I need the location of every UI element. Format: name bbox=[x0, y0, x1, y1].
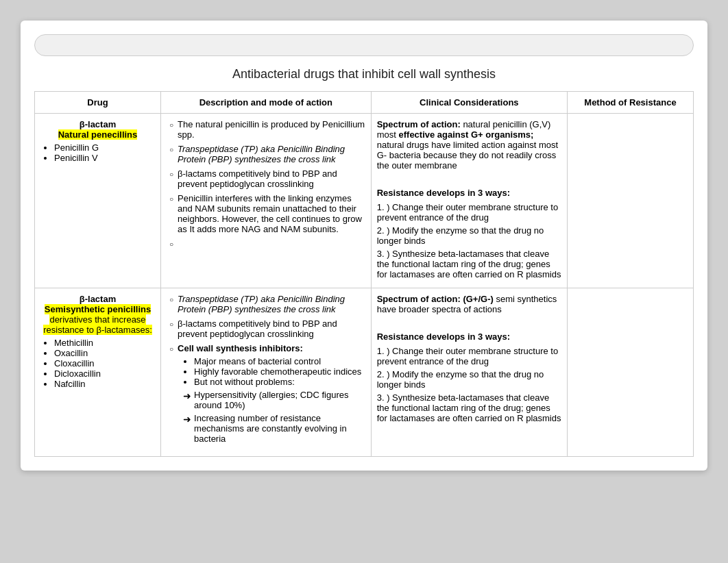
desc-text: β-lactams competitively bind to PBP and … bbox=[178, 318, 365, 339]
list-item: ➜ Increasing number of resistance mechan… bbox=[183, 413, 365, 444]
desc-cell-1: ○ The natural penicillin is produced by … bbox=[161, 114, 372, 288]
list-item: ○ Transpeptidase (TP) aka Penicillin Bin… bbox=[167, 294, 365, 314]
list-item: ○ β-lactams competitively bind to PBP an… bbox=[167, 168, 365, 189]
list-item: ○ Cell wall synthesis inhibitors: Major … bbox=[167, 343, 365, 447]
list-item: Penicillin V bbox=[54, 153, 155, 163]
subsubitem-text: Hypersensitivity (allergies; CDC figures… bbox=[194, 390, 365, 410]
bullet-icon: ○ bbox=[169, 321, 173, 328]
desc-text: β-lactams competitively bind to PBP and … bbox=[178, 168, 365, 189]
col-header-drug: Drug bbox=[35, 92, 161, 114]
desc-text: Transpeptidase (TP) aka Penicillin Bindi… bbox=[178, 294, 365, 314]
cell-wall-section: Cell wall synthesis inhibitors: Major me… bbox=[178, 343, 365, 447]
method-cell-1 bbox=[567, 114, 693, 288]
bullet-icon: ○ bbox=[169, 296, 173, 303]
list-item: ○ The natural penicillin is produced by … bbox=[167, 119, 365, 140]
method-cell-2 bbox=[567, 288, 693, 457]
sub-list-2: Major means of bacterial control Highly … bbox=[194, 356, 365, 387]
list-item: ➜ Hypersensitivity (allergies; CDC figur… bbox=[183, 390, 365, 410]
desc-list-2: ○ Transpeptidase (TP) aka Penicillin Bin… bbox=[167, 294, 365, 447]
drug-subcategory-2: Semisynthetic penicillins bbox=[40, 304, 155, 314]
desc-cell-2: ○ Transpeptidase (TP) aka Penicillin Bin… bbox=[161, 288, 372, 457]
drug-cell-2: β-lactam Semisynthetic penicillins deriv… bbox=[35, 288, 161, 457]
drug-highlight-text: derivatives that increase resistance to … bbox=[40, 314, 155, 335]
list-item: Major means of bacterial control bbox=[194, 356, 365, 366]
subsubitem-text: Increasing number of resistance mechanis… bbox=[194, 413, 365, 444]
bullet-icon: ○ bbox=[169, 240, 173, 248]
arrow-icon: ➜ bbox=[183, 414, 191, 425]
page-container: Antibacterial drugs that inhibit cell wa… bbox=[21, 21, 707, 471]
bullet-icon: ○ bbox=[169, 195, 173, 203]
resistance-header-2: Resistance develops in 3 ways: bbox=[377, 331, 561, 342]
list-item: 3. ) Synthesize beta-lactamases that cle… bbox=[377, 249, 561, 279]
desc-text: The natural penicillin is produced by Pe… bbox=[178, 119, 365, 140]
list-item: 1. ) Change their outer membrane structu… bbox=[377, 202, 561, 223]
drug-highlight-2: Semisynthetic penicillins bbox=[45, 304, 151, 314]
list-item: 1. ) Change their outer membrane structu… bbox=[377, 346, 561, 366]
drug-list-2: Methicillin Oxacillin Cloxacillin Diclox… bbox=[54, 338, 155, 389]
drug-cell-natural: β-lactam Natural penecillins Penicillin … bbox=[35, 114, 161, 288]
list-item: Penicillin G bbox=[54, 142, 155, 153]
list-item: ○ Transpeptidase (TP) aka Penicillin Bin… bbox=[167, 144, 365, 164]
desc-list-1: ○ The natural penicillin is produced by … bbox=[167, 119, 365, 248]
list-item: But not without problems: bbox=[194, 377, 365, 387]
table-row-natural-penicillins: β-lactam Natural penecillins Penicillin … bbox=[35, 114, 694, 288]
spectrum-label-1: Spectrum of action: bbox=[377, 119, 461, 129]
list-item: 2. ) Modify the enzyme so that the drug … bbox=[377, 369, 561, 390]
clinical-cell-1: Spectrum of action: natural penicillin (… bbox=[371, 114, 567, 288]
spectrum-text-2: Spectrum of action: (G+/G-) semi synthet… bbox=[377, 294, 561, 314]
bullet-icon: ○ bbox=[169, 146, 173, 153]
col-header-description: Description and mode of action bbox=[161, 92, 372, 114]
spectrum-label-2: Spectrum of action: (G+/G-) bbox=[377, 294, 494, 304]
page-title: Antibacterial drugs that inhibit cell wa… bbox=[34, 67, 694, 82]
spectrum-rest: natural drugs have limited action agains… bbox=[377, 140, 558, 171]
list-item: Nafcillin bbox=[54, 379, 155, 389]
col-header-method: Method of Resistance bbox=[567, 92, 693, 114]
drug-category-1: β-lactam bbox=[40, 119, 155, 129]
list-item: Cloxacillin bbox=[54, 358, 155, 368]
cell-wall-label: Cell wall synthesis inhibitors: bbox=[178, 343, 303, 353]
main-table: Drug Description and mode of action Clin… bbox=[34, 91, 694, 457]
list-item: 3. ) Synthesize beta-lactamases that cle… bbox=[377, 392, 561, 423]
resistance-list-2: 1. ) Change their outer membrane structu… bbox=[377, 346, 561, 423]
arrow-icon: ➜ bbox=[183, 390, 191, 401]
list-item: ○ bbox=[167, 238, 365, 248]
list-item: Methicillin bbox=[54, 338, 155, 348]
sub-sub-list-2: ➜ Hypersensitivity (allergies; CDC figur… bbox=[183, 390, 365, 444]
list-item: 2. ) Modify the enzyme so that the drug … bbox=[377, 225, 561, 246]
bullet-icon: ○ bbox=[169, 121, 173, 129]
col-header-clinical: Clinical Considerations bbox=[371, 92, 567, 114]
drug-derivatives: derivatives that increase resistance to … bbox=[43, 314, 151, 335]
clinical-cell-2: Spectrum of action: (G+/G-) semi synthet… bbox=[371, 288, 567, 457]
resistance-header-1: Resistance develops in 3 ways: bbox=[377, 188, 561, 198]
list-item: ○ β-lactams competitively bind to PBP an… bbox=[167, 318, 365, 339]
drug-category-2: β-lactam bbox=[40, 294, 155, 304]
bullet-icon: ○ bbox=[169, 171, 173, 178]
table-row-semisynthetic: β-lactam Semisynthetic penicillins deriv… bbox=[35, 288, 694, 457]
bullet-icon: ○ bbox=[169, 345, 173, 353]
drug-list-1: Penicillin G Penicillin V bbox=[54, 142, 155, 163]
resistance-list-1: 1. ) Change their outer membrane structu… bbox=[377, 202, 561, 279]
list-item: Dicloxacillin bbox=[54, 368, 155, 379]
list-item: Highly favorable chemotherapeutic indice… bbox=[194, 366, 365, 377]
desc-text: Transpeptidase (TP) aka Penicillin Bindi… bbox=[178, 144, 365, 164]
drug-subcategory-1: Natural penecillins bbox=[40, 129, 155, 140]
desc-text: Penicillin interferes with the linking e… bbox=[178, 193, 365, 234]
spectrum-bold: effective against G+ organisms; bbox=[399, 129, 534, 140]
spectrum-text-1: Spectrum of action: natural penicillin (… bbox=[377, 119, 561, 171]
list-item: ○ Penicillin interferes with the linking… bbox=[167, 193, 365, 234]
search-bar[interactable] bbox=[34, 34, 694, 56]
list-item: Oxacillin bbox=[54, 348, 155, 358]
drug-highlight-1: Natural penecillins bbox=[58, 129, 138, 140]
